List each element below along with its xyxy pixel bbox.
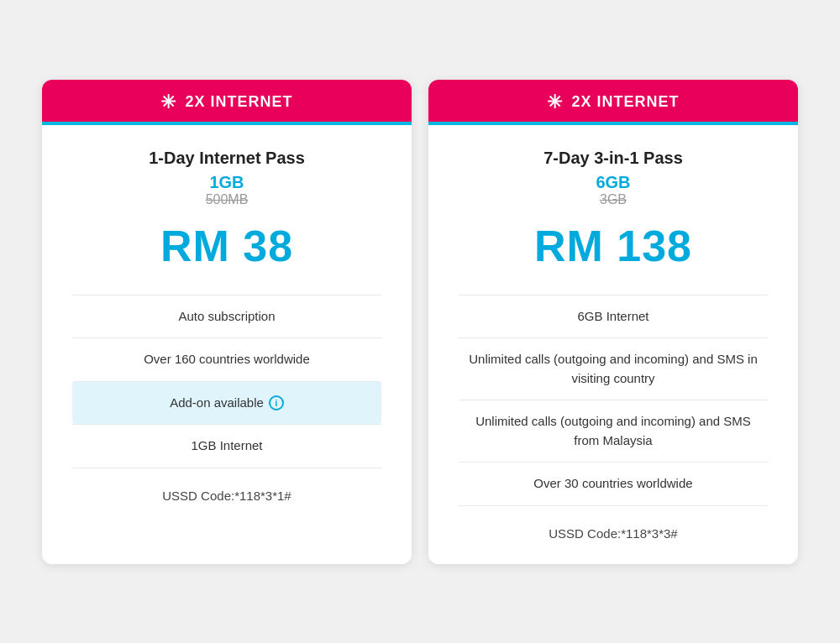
features-list: Auto subscriptionOver 160 countries worl… <box>72 295 381 468</box>
feature-item-1: Auto subscription <box>72 295 381 338</box>
header-label: 2X INTERNET <box>185 93 292 111</box>
feature-item-1: 6GB Internet <box>459 295 768 338</box>
card-2-header: ✳2X INTERNET <box>428 80 798 125</box>
data-old: 500MB <box>72 192 381 207</box>
ussd-code: USSD Code:*118*3*3# <box>459 526 768 541</box>
card-1-body: 1-Day Internet Pass1GB500MBRM 38Auto sub… <box>42 125 412 526</box>
card-1-header: ✳2X INTERNET <box>42 80 412 125</box>
star-icon: ✳ <box>547 91 563 113</box>
ussd-code: USSD Code:*118*3*1# <box>72 489 381 503</box>
plan-name: 1-Day Internet Pass <box>72 149 381 168</box>
features-list: 6GB InternetUnlimited calls (outgoing an… <box>459 295 768 506</box>
cards-container: ✳2X INTERNET1-Day Internet Pass1GB500MBR… <box>17 55 823 589</box>
card-2-body: 7-Day 3-in-1 Pass6GB3GBRM 1386GB Interne… <box>428 125 798 564</box>
price: RM 138 <box>459 221 768 271</box>
data-new: 6GB <box>459 173 768 192</box>
card-2: ✳2X INTERNET7-Day 3-in-1 Pass6GB3GBRM 13… <box>428 80 798 564</box>
feature-item-3: Add-on availablei <box>72 381 381 425</box>
feature-item-2: Unlimited calls (outgoing and incoming) … <box>459 337 768 400</box>
feature-item-4: Over 30 countries worldwide <box>459 462 768 506</box>
data-old: 3GB <box>459 192 768 207</box>
feature-item-3: Unlimited calls (outgoing and incoming) … <box>459 400 768 462</box>
feature-item-2: Over 160 countries worldwide <box>72 337 381 381</box>
feature-item-4: 1GB Internet <box>72 424 381 468</box>
price: RM 38 <box>72 221 381 271</box>
card-1: ✳2X INTERNET1-Day Internet Pass1GB500MBR… <box>42 80 412 564</box>
info-icon[interactable]: i <box>269 395 284 410</box>
star-icon: ✳ <box>160 91 176 113</box>
data-new: 1GB <box>72 173 381 192</box>
header-label: 2X INTERNET <box>571 93 679 111</box>
plan-name: 7-Day 3-in-1 Pass <box>459 149 768 168</box>
